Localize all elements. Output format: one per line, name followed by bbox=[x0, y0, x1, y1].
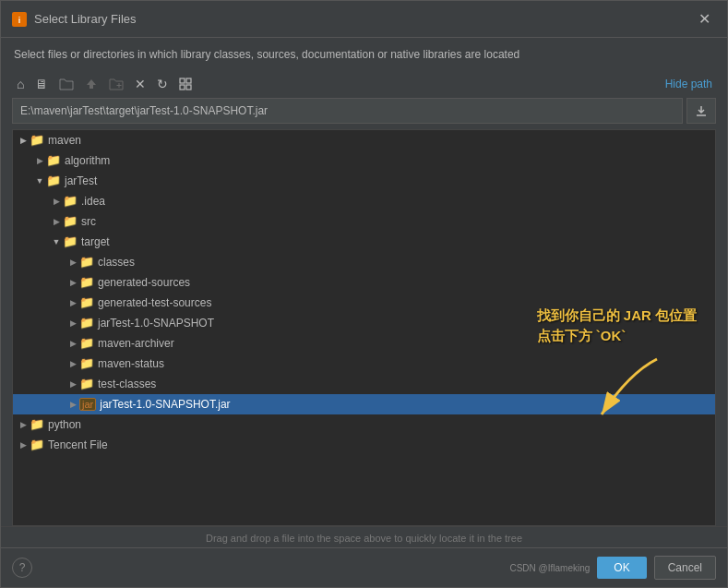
hide-path-button[interactable]: Hide path bbox=[662, 76, 716, 92]
tree-item-label: maven bbox=[48, 134, 81, 147]
tree-item-label: generated-sources bbox=[98, 276, 190, 289]
tree-item-label: jarTest-1.0-SNAPSHOT bbox=[98, 317, 214, 330]
help-button[interactable]: ? bbox=[12, 558, 32, 578]
folder-icon: 📁 bbox=[79, 356, 94, 370]
footer-left: ? bbox=[12, 558, 32, 578]
ok-button[interactable]: OK bbox=[597, 557, 646, 579]
tree-item-15[interactable]: ▶📁python bbox=[13, 414, 715, 435]
tree-arrow: ▶ bbox=[66, 298, 79, 307]
folder-icon: 📁 bbox=[30, 438, 44, 451]
folder-icon: 📁 bbox=[63, 234, 78, 248]
new-folder-button[interactable] bbox=[104, 75, 128, 93]
tree-arrow: ▶ bbox=[66, 278, 79, 287]
tree-arrow: ▶ bbox=[66, 258, 79, 267]
tree-item-10[interactable]: ▶📁jarTest-1.0-SNAPSHOT bbox=[13, 313, 715, 333]
folder-icon: 📁 bbox=[79, 336, 94, 350]
tree-arrow: ▼ bbox=[33, 176, 46, 186]
tree-arrow: ▼ bbox=[50, 237, 63, 246]
tree-arrow: ▶ bbox=[17, 420, 30, 429]
watermark: CSDN @Iflameking bbox=[509, 563, 590, 573]
folder-icon: 📁 bbox=[79, 316, 94, 330]
tree-item-16[interactable]: ▶📁Tencent File bbox=[13, 435, 715, 455]
svg-rect-6 bbox=[180, 85, 185, 90]
toolbar: ⌂ 🖥 ✕ ↻ bbox=[1, 70, 727, 98]
path-input[interactable] bbox=[12, 98, 683, 124]
refresh-button[interactable]: ↻ bbox=[152, 74, 173, 94]
tree-item-label: jarTest bbox=[65, 174, 97, 187]
tree-arrow: ▶ bbox=[66, 318, 79, 328]
svg-rect-4 bbox=[180, 78, 185, 83]
tree-arrow: ▶ bbox=[66, 359, 79, 368]
folder-icon: 📁 bbox=[79, 255, 94, 269]
tree-item-label: test-classes bbox=[98, 378, 156, 390]
jar-icon: jar bbox=[79, 398, 96, 411]
folder-icon: 📁 bbox=[79, 295, 94, 309]
toolbar-left: ⌂ 🖥 ✕ ↻ bbox=[12, 74, 197, 94]
tree-item-label: maven-status bbox=[98, 357, 164, 370]
folder-button[interactable] bbox=[54, 75, 78, 93]
svg-rect-7 bbox=[186, 85, 191, 90]
close-button[interactable]: ✕ bbox=[693, 8, 716, 30]
tree-item-7[interactable]: ▶📁classes bbox=[13, 252, 715, 272]
tree-item-label: target bbox=[81, 235, 110, 248]
tree-item-6[interactable]: ▼📁target bbox=[13, 232, 715, 252]
tree-arrow: ▶ bbox=[66, 379, 79, 389]
tree-item-13[interactable]: ▶📁test-classes bbox=[13, 374, 715, 394]
title-bar-left: i Select Library Files bbox=[12, 12, 137, 27]
expand-button[interactable] bbox=[174, 75, 197, 93]
path-download-button[interactable] bbox=[686, 98, 716, 124]
tree-item-12[interactable]: ▶📁maven-status bbox=[13, 354, 715, 374]
tree-item-8[interactable]: ▶📁generated-sources bbox=[13, 272, 715, 293]
tree-item-5[interactable]: ▶📁src bbox=[13, 211, 715, 232]
tree-item-2[interactable]: ▶📁algorithm bbox=[13, 150, 715, 171]
path-bar bbox=[12, 98, 716, 124]
tree-item-label: generated-test-sources bbox=[98, 296, 211, 309]
tree-arrow: ▶ bbox=[66, 339, 79, 348]
svg-text:i: i bbox=[18, 16, 21, 25]
tree-item-4[interactable]: ▶📁.idea bbox=[13, 191, 715, 211]
svg-rect-5 bbox=[186, 78, 191, 83]
footer-right: CSDN @Iflameking OK Cancel bbox=[502, 556, 716, 580]
title-bar: i Select Library Files ✕ bbox=[1, 1, 727, 38]
file-tree[interactable]: ▶📁maven▶📁algorithm▼📁jarTest▶📁.idea▶📁src▼… bbox=[12, 129, 716, 526]
tree-item-label: maven-archiver bbox=[98, 337, 174, 350]
tree-item-label: src bbox=[81, 215, 96, 228]
tree-item-1[interactable]: ▶📁maven bbox=[13, 130, 715, 150]
tree-arrow: ▶ bbox=[50, 197, 63, 206]
tree-arrow: ▶ bbox=[50, 217, 63, 226]
folder-icon: 📁 bbox=[63, 214, 78, 228]
home-button[interactable]: ⌂ bbox=[12, 74, 29, 94]
tree-item-label: jarTest-1.0-SNAPSHOT.jar bbox=[100, 398, 230, 411]
tree-item-label: classes bbox=[98, 256, 135, 269]
tree-item-9[interactable]: ▶📁generated-test-sources bbox=[13, 293, 715, 313]
dialog-description: Select files or directories in which lib… bbox=[1, 38, 727, 70]
drag-drop-hint: Drag and drop a file into the space abov… bbox=[1, 526, 727, 547]
folder-icon: 📁 bbox=[30, 417, 44, 431]
tree-item-label: .idea bbox=[81, 195, 105, 208]
folder-icon: 📁 bbox=[79, 377, 94, 390]
tree-item-label: python bbox=[48, 418, 81, 431]
folder-icon: 📁 bbox=[63, 194, 78, 208]
folder-icon: 📁 bbox=[79, 275, 94, 289]
folder-icon: 📁 bbox=[30, 133, 44, 147]
tree-arrow: ▶ bbox=[17, 136, 30, 145]
tree-arrow: ▶ bbox=[33, 156, 46, 165]
footer: ? CSDN @Iflameking OK Cancel bbox=[1, 547, 727, 587]
dialog-title: Select Library Files bbox=[34, 12, 137, 26]
app-icon: i bbox=[12, 12, 27, 27]
tree-item-3[interactable]: ▼📁jarTest bbox=[13, 171, 715, 191]
tree-arrow: ▶ bbox=[66, 400, 79, 409]
tree-item-label: Tencent File bbox=[48, 438, 108, 451]
desktop-button[interactable]: 🖥 bbox=[30, 74, 53, 94]
tree-arrow: ▶ bbox=[17, 440, 30, 450]
tree-item-14[interactable]: ▶jarjarTest-1.0-SNAPSHOT.jar bbox=[13, 394, 715, 414]
cancel-button[interactable]: Cancel bbox=[654, 556, 716, 580]
select-library-files-dialog: i Select Library Files ✕ Select files or… bbox=[0, 0, 728, 588]
folder-icon: 📁 bbox=[46, 153, 61, 167]
up-button[interactable] bbox=[80, 75, 102, 93]
delete-button[interactable]: ✕ bbox=[130, 74, 150, 94]
tree-item-11[interactable]: ▶📁maven-archiver bbox=[13, 333, 715, 354]
folder-icon: 📁 bbox=[46, 174, 61, 187]
tree-item-label: algorithm bbox=[65, 154, 110, 167]
